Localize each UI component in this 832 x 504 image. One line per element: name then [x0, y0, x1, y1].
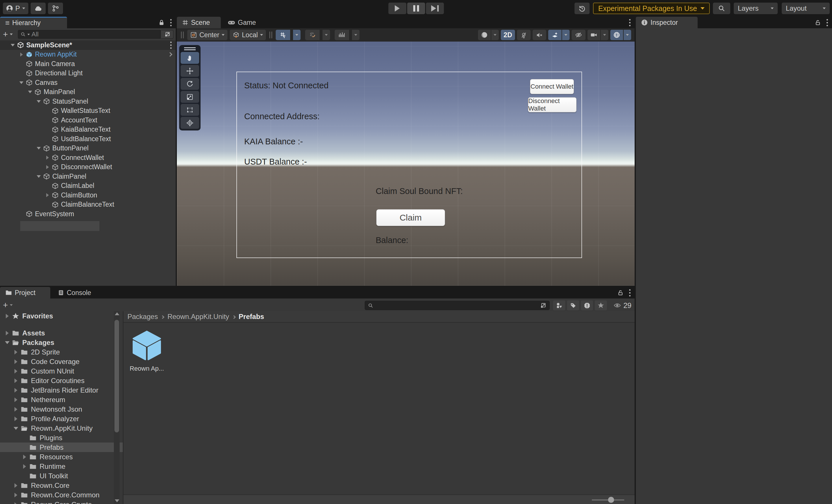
hierarchy-item[interactable]: UsdtBalanceText: [0, 134, 176, 144]
hierarchy-item[interactable]: WalletStatusText: [0, 106, 176, 116]
collapse-arrow-icon[interactable]: [9, 44, 17, 47]
undo-history-button[interactable]: [574, 3, 590, 14]
expand-arrow-icon[interactable]: [17, 53, 25, 57]
hierarchy-item[interactable]: Canvas: [0, 78, 176, 87]
hierarchy-item[interactable]: AccountText: [0, 115, 176, 125]
project-tree-item[interactable]: Newtonsoft Json: [0, 404, 123, 414]
tool-strip-handle[interactable]: [184, 47, 196, 50]
global-search-button[interactable]: [713, 3, 730, 14]
experimental-packages-dropdown[interactable]: Experimental Packages In Use: [593, 3, 710, 14]
project-tree-item[interactable]: Favorites: [0, 311, 123, 321]
expand-arrow-icon[interactable]: [11, 350, 20, 355]
expand-arrow-icon[interactable]: [20, 464, 29, 469]
project-tree-item[interactable]: Assets: [0, 328, 123, 338]
collapse-arrow-icon[interactable]: [35, 100, 43, 103]
breadcrumb-packages[interactable]: Packages: [127, 313, 158, 321]
search-by-import-log-button[interactable]: [581, 301, 593, 310]
expand-arrow-icon[interactable]: [20, 455, 29, 459]
create-asset-button[interactable]: +: [3, 301, 8, 309]
expand-arrow-icon[interactable]: [11, 417, 20, 421]
layout-dropdown[interactable]: Layout: [782, 3, 830, 14]
hierarchy-item[interactable]: Directional Light: [0, 69, 176, 78]
expand-arrow-icon[interactable]: [43, 156, 51, 160]
scene-visibility-toggle[interactable]: [572, 30, 586, 40]
expand-arrow-icon[interactable]: [11, 379, 20, 383]
orientation-dropdown[interactable]: Local: [230, 30, 266, 40]
hierarchy-item[interactable]: ClaimBalanceText: [0, 200, 176, 209]
expand-arrow-icon[interactable]: [11, 369, 20, 373]
project-tree-item[interactable]: UI Toolkit: [0, 471, 123, 481]
pivot-mode-dropdown[interactable]: Center: [187, 30, 228, 40]
expand-arrow-icon[interactable]: [11, 493, 20, 497]
claim-button[interactable]: Claim: [376, 209, 445, 226]
scroll-up-icon[interactable]: [115, 312, 119, 315]
grid-snapping-caret[interactable]: [322, 30, 330, 40]
audio-mute-toggle[interactable]: [532, 30, 546, 40]
project-tree-item[interactable]: JetBrains Rider Editor: [0, 385, 123, 395]
chevron-down-icon[interactable]: [10, 33, 13, 35]
expand-arrow-icon[interactable]: [11, 407, 20, 412]
search-by-type-button[interactable]: [553, 301, 565, 310]
prefab-open-chevron-icon[interactable]: [168, 52, 173, 57]
hierarchy-item[interactable]: ButtonPanel: [0, 144, 176, 153]
thumbnail-zoom-slider[interactable]: [592, 497, 624, 502]
hierarchy-item[interactable]: ClaimLabel: [0, 181, 176, 191]
scene-gizmo-button[interactable]: [610, 30, 623, 40]
create-object-button[interactable]: +: [3, 30, 8, 39]
project-tree-item[interactable]: Reown.AppKit.Unity: [0, 423, 123, 433]
hierarchy-item[interactable]: Main Camera: [0, 59, 176, 69]
hierarchy-item[interactable]: KaiaBalanceText: [0, 125, 176, 135]
kebab-menu-icon[interactable]: [169, 18, 173, 27]
expand-arrow-icon[interactable]: [3, 314, 11, 318]
project-tree-item[interactable]: Plugins: [0, 433, 123, 443]
kebab-menu-icon[interactable]: [169, 40, 173, 50]
project-tree-item[interactable]: Profile Analyzer: [0, 414, 123, 423]
hierarchy-item[interactable]: StatusPanel: [0, 97, 176, 106]
tab-scene[interactable]: Scene: [177, 17, 221, 28]
project-tree-item[interactable]: Editor Coroutines: [0, 376, 123, 385]
cloud-button[interactable]: [31, 3, 46, 14]
move-tool-button[interactable]: [181, 65, 199, 77]
rect-tool-button[interactable]: [181, 104, 199, 116]
collapse-arrow-icon[interactable]: [26, 91, 34, 93]
unlock-icon[interactable]: [617, 289, 624, 296]
camera-settings-button[interactable]: [588, 30, 600, 40]
play-button[interactable]: [388, 3, 406, 14]
slider-knob[interactable]: [608, 497, 614, 503]
expand-arrow-icon[interactable]: [11, 483, 20, 488]
visible-assets-counter[interactable]: 29: [613, 301, 631, 310]
project-tree-item[interactable]: 2D Sprite: [0, 347, 123, 357]
scene-gizmo-caret[interactable]: [624, 30, 631, 40]
breadcrumb-prefabs[interactable]: Prefabs: [239, 313, 264, 321]
scene-lighting-toggle[interactable]: [517, 30, 530, 40]
version-control-button[interactable]: [48, 3, 63, 14]
camera-settings-caret[interactable]: [601, 30, 608, 40]
project-tree-item[interactable]: Code Coverage: [0, 357, 123, 366]
popout-window-icon[interactable]: [540, 302, 546, 309]
favorites-filter-button[interactable]: [595, 301, 607, 310]
expand-arrow-icon[interactable]: [11, 397, 20, 402]
prefab-asset-item[interactable]: Reown Ap...: [127, 330, 166, 372]
hierarchy-item[interactable]: Reown AppKit: [0, 50, 176, 59]
project-tree-item[interactable]: Resources: [0, 452, 123, 461]
hierarchy-search-input[interactable]: All: [18, 30, 161, 39]
grid-snapping-toggle[interactable]: [305, 30, 320, 40]
snap-increment-caret[interactable]: [352, 30, 360, 40]
project-tree-item[interactable]: Runtime: [0, 461, 123, 471]
expand-arrow-icon[interactable]: [11, 359, 20, 364]
chevron-down-icon[interactable]: [10, 304, 13, 306]
unlock-icon[interactable]: [814, 19, 821, 26]
scale-tool-button[interactable]: [181, 91, 199, 103]
effects-toggle[interactable]: [548, 30, 562, 40]
hierarchy-item[interactable]: ConnectWallet: [0, 153, 176, 163]
transform-tool-button[interactable]: [181, 117, 199, 129]
project-tree-item[interactable]: Custom NUnit: [0, 366, 123, 376]
hierarchy-item[interactable]: DisconnectWallet: [0, 163, 176, 172]
layers-dropdown[interactable]: Layers: [734, 3, 778, 14]
scrollbar-thumb[interactable]: [114, 320, 119, 432]
grid-visibility-caret[interactable]: [293, 30, 301, 40]
step-button[interactable]: [426, 3, 444, 14]
expand-arrow-icon[interactable]: [3, 331, 11, 335]
collapse-arrow-icon[interactable]: [11, 427, 20, 430]
project-tree-item[interactable]: Nethereum: [0, 395, 123, 404]
